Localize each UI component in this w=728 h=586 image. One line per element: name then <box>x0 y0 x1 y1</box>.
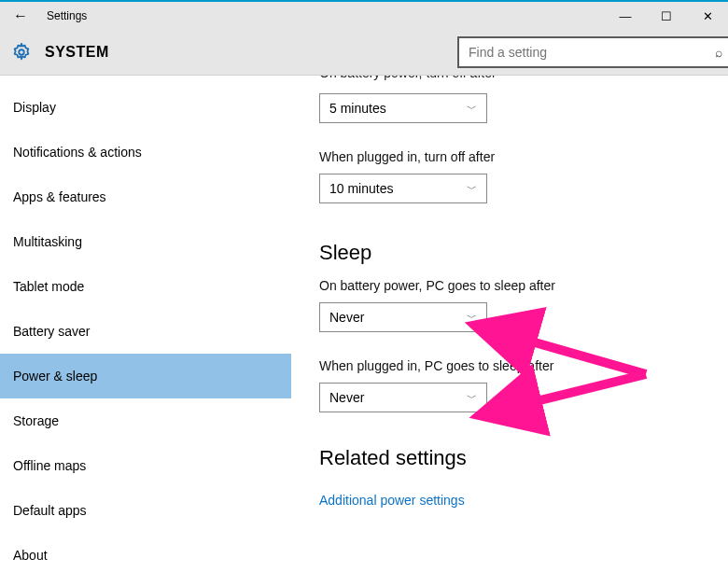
sidebar-item-label: Offline maps <box>13 458 86 473</box>
dropdown-value: Never <box>329 310 364 325</box>
sidebar-item-power-sleep[interactable]: Power & sleep <box>0 354 291 398</box>
minimize-button[interactable]: — <box>605 9 646 23</box>
sidebar-item-battery-saver[interactable]: Battery saver <box>0 309 291 354</box>
sidebar-item-multitasking[interactable]: Multitasking <box>0 219 291 264</box>
sidebar-item-label: Storage <box>13 413 59 428</box>
sidebar-item-label: Tablet mode <box>13 279 84 294</box>
sidebar: Display Notifications & actions Apps & f… <box>0 76 291 586</box>
sidebar-item-label: Power & sleep <box>13 369 97 384</box>
screen-plugged-label: When plugged in, turn off after <box>319 149 728 164</box>
screen-battery-label-clipped: On battery power, turn off after <box>319 76 728 90</box>
page-title: SYSTEM <box>45 44 109 61</box>
close-button[interactable]: ✕ <box>687 9 728 23</box>
header-strip: SYSTEM ⌕ <box>0 30 728 75</box>
sleep-battery-label: On battery power, PC goes to sleep after <box>319 278 728 293</box>
sidebar-item-notifications[interactable]: Notifications & actions <box>0 130 291 174</box>
screen-plugged-dropdown[interactable]: 10 minutes ﹀ <box>319 174 487 203</box>
content-pane: On battery power, turn off after 5 minut… <box>291 76 728 586</box>
sidebar-item-label: About <box>13 548 48 563</box>
chevron-down-icon: ﹀ <box>467 311 477 325</box>
sidebar-item-tablet-mode[interactable]: Tablet mode <box>0 264 291 309</box>
sidebar-item-label: Multitasking <box>13 234 82 249</box>
sleep-battery-dropdown[interactable]: Never ﹀ <box>319 302 487 332</box>
sidebar-item-label: Notifications & actions <box>13 145 142 160</box>
dropdown-value: 10 minutes <box>329 181 393 196</box>
sidebar-item-label: Apps & features <box>13 189 106 204</box>
chevron-down-icon: ﹀ <box>467 102 477 116</box>
sleep-heading: Sleep <box>319 241 728 265</box>
search-icon[interactable]: ⌕ <box>715 45 722 60</box>
sidebar-item-label: Display <box>13 100 56 115</box>
search-wrapper: ⌕ <box>457 36 728 68</box>
back-button[interactable]: ← <box>0 7 41 24</box>
sidebar-item-label: Battery saver <box>13 324 90 339</box>
additional-power-settings-link[interactable]: Additional power settings <box>319 493 465 508</box>
dropdown-value: 5 minutes <box>329 101 386 116</box>
search-input[interactable] <box>457 36 728 68</box>
sidebar-item-apps[interactable]: Apps & features <box>0 174 291 219</box>
window-title: Settings <box>47 9 87 22</box>
screen-battery-dropdown[interactable]: 5 minutes ﹀ <box>319 93 487 123</box>
sidebar-item-display[interactable]: Display <box>0 85 291 130</box>
maximize-button[interactable]: ☐ <box>646 9 687 23</box>
sidebar-item-offline-maps[interactable]: Offline maps <box>0 443 291 488</box>
sidebar-item-about[interactable]: About <box>0 533 291 578</box>
sidebar-item-label: Default apps <box>13 503 87 518</box>
window-titlebar: ← Settings — ☐ ✕ <box>0 2 728 30</box>
gear-icon <box>11 42 32 63</box>
chevron-down-icon: ﹀ <box>467 391 477 405</box>
svg-line-2 <box>487 374 646 413</box>
sidebar-item-default-apps[interactable]: Default apps <box>0 488 291 533</box>
main-split: Display Notifications & actions Apps & f… <box>0 75 728 586</box>
related-heading: Related settings <box>319 446 728 470</box>
sleep-plugged-label: When plugged in, PC goes to sleep after <box>319 358 728 373</box>
dropdown-value: Never <box>329 390 364 405</box>
sleep-plugged-dropdown[interactable]: Never ﹀ <box>319 383 487 412</box>
sidebar-item-storage[interactable]: Storage <box>0 398 291 443</box>
svg-point-0 <box>19 49 24 55</box>
chevron-down-icon: ﹀ <box>467 182 477 196</box>
